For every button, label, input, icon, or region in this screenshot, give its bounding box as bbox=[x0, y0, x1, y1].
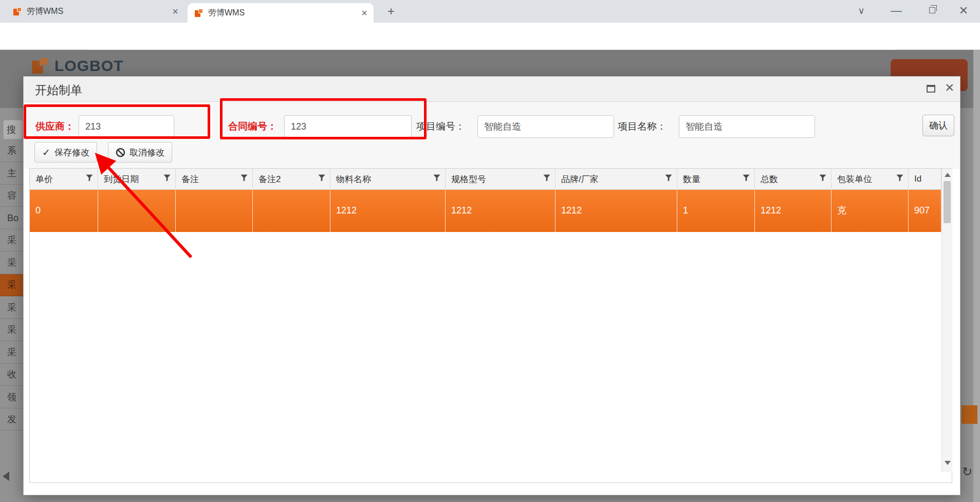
row-cell-包装单位: 克 bbox=[831, 190, 909, 232]
row-cell-品牌/厂家: 1212 bbox=[556, 190, 677, 232]
sidebar-search-input[interactable]: 搜 bbox=[3, 120, 23, 139]
field-label-1: 供应商： bbox=[35, 120, 75, 133]
column-header-总数[interactable]: 总数 bbox=[755, 169, 831, 189]
cancel-changes-button[interactable]: 取消修改 bbox=[108, 142, 172, 163]
filter-funnel-icon[interactable] bbox=[241, 174, 248, 184]
column-header-备注2[interactable]: 备注2 bbox=[253, 169, 330, 189]
column-title: 备注 bbox=[181, 173, 199, 185]
browser-window: 劳博WMS × 劳博WMS × + ∨ — ✕ ← → ↻ i localhos… bbox=[0, 0, 980, 502]
tab-1[interactable]: 劳博WMS × bbox=[6, 0, 184, 23]
column-header-数量[interactable]: 数量 bbox=[677, 169, 755, 189]
filter-funnel-icon[interactable] bbox=[163, 174, 171, 184]
row-cell-备注2 bbox=[253, 190, 330, 232]
scroll-down-icon[interactable] bbox=[945, 461, 951, 465]
save-changes-label: 保存修改 bbox=[54, 147, 89, 158]
filter-funnel-icon[interactable] bbox=[318, 174, 325, 184]
column-title: 包装单位 bbox=[837, 173, 872, 185]
column-header-包装单位[interactable]: 包装单位 bbox=[831, 169, 909, 189]
column-title: 数量 bbox=[683, 173, 700, 185]
column-title: 单价 bbox=[35, 173, 53, 185]
column-header-物料名称[interactable]: 物料名称 bbox=[330, 169, 446, 189]
tab-title: 劳博WMS bbox=[208, 8, 355, 19]
logbot-logo-text: LOGBOT bbox=[54, 57, 123, 75]
column-header-单价[interactable]: 单价 bbox=[30, 169, 98, 189]
filter-funnel-icon[interactable] bbox=[665, 174, 672, 184]
column-header-规格型号[interactable]: 规格型号 bbox=[446, 169, 556, 189]
field-input-2[interactable]: 123 bbox=[284, 115, 412, 138]
site-favicon bbox=[195, 9, 203, 17]
column-header-备注[interactable]: 备注 bbox=[176, 169, 253, 189]
check-icon: ✓ bbox=[42, 147, 50, 158]
field-input-3[interactable]: 智能自造 bbox=[477, 115, 614, 138]
row-cell-到货日期 bbox=[98, 190, 176, 232]
row-cell-总数: 1212 bbox=[755, 190, 831, 232]
field-label-4: 项目名称： bbox=[618, 120, 667, 133]
field-input-4[interactable]: 智能自造 bbox=[679, 115, 815, 138]
column-title: 物料名称 bbox=[336, 173, 371, 185]
row-cell-物料名称: 1212 bbox=[330, 190, 446, 232]
row-cell-规格型号: 1212 bbox=[446, 190, 556, 232]
column-title: Id bbox=[914, 174, 921, 184]
save-changes-button[interactable]: ✓ 保存修改 bbox=[34, 142, 97, 163]
page-refresh-icon[interactable]: ↻ bbox=[962, 464, 972, 479]
grid-selected-row[interactable]: 012121212121211212克907 bbox=[30, 190, 941, 232]
column-title: 品牌/厂家 bbox=[561, 173, 599, 185]
column-header-品牌/厂家[interactable]: 品牌/厂家 bbox=[556, 169, 677, 189]
row-cell-Id: 907 bbox=[909, 190, 941, 232]
vertical-scroll-thumb[interactable] bbox=[944, 181, 951, 223]
filter-funnel-icon[interactable] bbox=[543, 174, 550, 184]
grid-vertical-scrollbar[interactable] bbox=[941, 169, 952, 472]
dialog-maximize-icon[interactable] bbox=[927, 85, 935, 93]
page-orange-fragment bbox=[961, 405, 977, 424]
window-close-button[interactable]: ✕ bbox=[954, 3, 973, 19]
tab-2-active[interactable]: 劳博WMS × bbox=[188, 3, 374, 23]
site-favicon bbox=[13, 7, 22, 15]
dialog-title: 开始制单 bbox=[35, 82, 82, 98]
browser-toolbar: ← → ↻ i localhost:15129/Home/Index ☆ ⋮ bbox=[0, 23, 980, 50]
column-title: 总数 bbox=[761, 173, 778, 185]
filter-funnel-icon[interactable] bbox=[86, 174, 93, 184]
logbot-logo: LOGBOT bbox=[32, 57, 123, 75]
tab-close-icon[interactable]: × bbox=[172, 7, 178, 15]
order-items-grid: 单价到货日期备注备注2物料名称规格型号品牌/厂家数量总数包装单位Id 01212… bbox=[29, 168, 952, 483]
page-scrollbar-strip[interactable] bbox=[973, 50, 980, 502]
dialog-close-icon[interactable]: × bbox=[945, 79, 954, 96]
column-title: 到货日期 bbox=[104, 173, 139, 185]
tab-search-chevron-icon[interactable]: ∨ bbox=[852, 3, 871, 19]
column-header-Id[interactable]: Id bbox=[909, 169, 941, 189]
filter-funnel-icon[interactable] bbox=[433, 174, 440, 184]
tab-title: 劳博WMS bbox=[27, 6, 166, 17]
column-title: 规格型号 bbox=[451, 173, 486, 185]
grid-header-row: 单价到货日期备注备注2物料名称规格型号品牌/厂家数量总数包装单位Id bbox=[30, 169, 941, 190]
window-restore-button[interactable] bbox=[929, 7, 935, 13]
start-order-dialog: 开始制单 × 确认 ✓ 保存修改 取消修改 单价到货日期备注备注2物料名称规格型… bbox=[23, 76, 960, 495]
tab-strip: 劳博WMS × 劳博WMS × + ∨ — ✕ bbox=[0, 0, 980, 23]
row-cell-数量: 1 bbox=[677, 190, 755, 232]
scroll-up-icon[interactable] bbox=[945, 173, 951, 177]
column-header-到货日期[interactable]: 到货日期 bbox=[98, 169, 176, 189]
logbot-logo-icon bbox=[32, 57, 49, 74]
new-tab-button[interactable]: + bbox=[383, 4, 399, 20]
cancel-changes-label: 取消修改 bbox=[130, 147, 164, 158]
row-cell-单价: 0 bbox=[30, 190, 98, 232]
field-label-3: 项目编号： bbox=[416, 120, 465, 133]
column-title: 备注2 bbox=[258, 173, 281, 185]
field-label-2: 合同编号： bbox=[228, 120, 277, 133]
row-cell-备注 bbox=[176, 190, 253, 232]
sidebar-collapse-icon[interactable] bbox=[3, 472, 9, 481]
window-minimize-button[interactable]: — bbox=[887, 3, 905, 19]
cancel-icon bbox=[116, 148, 125, 157]
tab-close-icon[interactable]: × bbox=[361, 9, 367, 17]
field-input-1[interactable]: 213 bbox=[79, 115, 174, 138]
filter-funnel-icon[interactable] bbox=[819, 174, 826, 184]
filter-funnel-icon[interactable] bbox=[743, 174, 750, 184]
filter-funnel-icon[interactable] bbox=[896, 174, 903, 184]
dialog-header[interactable]: 开始制单 × bbox=[24, 77, 960, 102]
confirm-button[interactable]: 确认 bbox=[922, 115, 954, 136]
